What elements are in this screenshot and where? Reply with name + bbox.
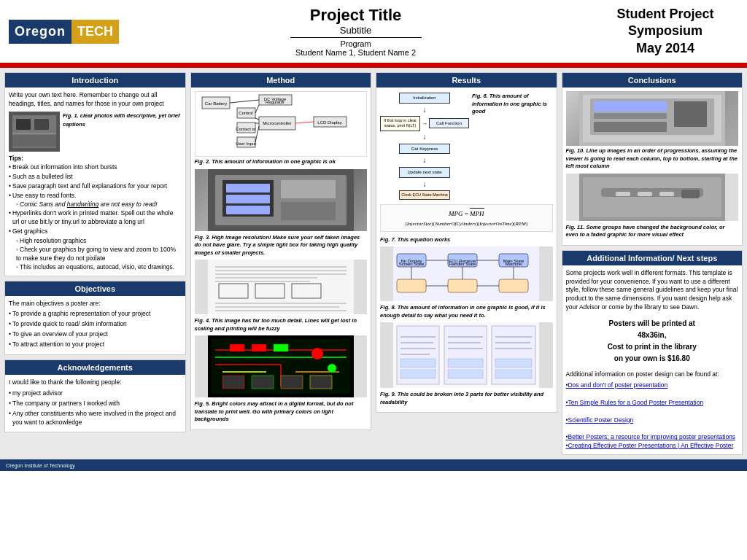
fig10-image — [566, 91, 739, 146]
svg-rect-107 — [594, 101, 667, 112]
results-section: Results Initialization ↓ If first loop i… — [376, 72, 557, 413]
svg-rect-5 — [12, 135, 56, 147]
svg-rect-116 — [659, 192, 674, 196]
equation-area: MPG = MPH (InjectorSize)(NumberOfCylinde… — [380, 204, 553, 231]
results-content: Initialization ↓ If first loop in clear … — [376, 88, 557, 412]
link-2[interactable]: •Ten Simple Rules for a Good Poster Pres… — [566, 399, 704, 406]
svg-rect-30 — [281, 180, 336, 198]
column-4: Conclusions Fig. 10. Line up i — [562, 72, 743, 455]
flow-decision-row: If first loop in clear status, print N(L… — [380, 116, 469, 131]
svg-rect-102 — [495, 359, 532, 368]
print-info: Posters will be printed at 48x36in, Cost… — [566, 318, 739, 365]
svg-rect-60 — [222, 376, 244, 389]
svg-line-26 — [255, 126, 259, 142]
additional-content: Some projects work well in different for… — [562, 265, 743, 454]
svg-rect-31 — [281, 202, 336, 220]
svg-line-25 — [255, 118, 259, 120]
svg-point-58 — [311, 348, 323, 359]
svg-rect-99 — [400, 370, 436, 378]
link-item-5[interactable]: •Creating Effective Poster Presentations… — [566, 442, 739, 451]
mpg-label: MPG = — [449, 210, 470, 217]
circuit-diagram: Car Battery DC Voltage Regulator Microco… — [195, 91, 368, 157]
link-3[interactable]: •Scientific Poster Design — [566, 416, 634, 424]
add-info-label: Additional information on poster design … — [566, 370, 739, 379]
svg-rect-55 — [230, 344, 244, 351]
fig1-caption-area: Fig. 1. clear photos with descriptive, y… — [63, 112, 182, 129]
link-1[interactable]: •Dos and don't of poster presentation — [566, 381, 668, 389]
flow-arrow-4: ↓ — [380, 179, 469, 190]
logo-oregon: Oregon — [9, 20, 71, 44]
svg-text:Machine: Machine — [506, 262, 522, 266]
column-3: Results Initialization ↓ If first loop i… — [376, 72, 557, 455]
project-subtitle: Subtitle — [119, 25, 592, 36]
tip-6c: This includes an equations, autocad, vis… — [16, 263, 182, 272]
svg-rect-98 — [400, 359, 436, 368]
fig9-caption: Fig. 9. This could be broken into 3 part… — [380, 391, 553, 406]
svg-rect-2 — [16, 119, 31, 130]
flow-init: Initialization — [399, 93, 450, 103]
equation-numerator: MPH — [470, 208, 484, 219]
svg-point-59 — [328, 364, 336, 373]
objectives-section: Objectives The main objectives a poster … — [4, 281, 186, 355]
flow-decision: If first loop in clear status, print N(L… — [380, 116, 420, 131]
fig9-image — [380, 322, 553, 388]
svg-rect-117 — [681, 190, 700, 198]
obj-2: To provide quick to read/ skim informati… — [9, 320, 182, 329]
svg-rect-35 — [208, 260, 354, 314]
svg-rect-34 — [226, 206, 270, 214]
ack-intro: I would like to thank the following peop… — [9, 378, 182, 387]
svg-text:Control: Control — [239, 111, 252, 115]
logo-area: Oregon TECH — [9, 20, 119, 44]
link-4[interactable]: •Better Posters; a resource for improvin… — [566, 433, 736, 440]
tip-1: Break out information into short bursts — [9, 163, 182, 172]
fig2-caption: Fig. 2. This amount of information in on… — [195, 158, 368, 166]
acknowledgements-section: Acknowledgements I would like to thank t… — [4, 359, 186, 432]
ack-1: my project advisor — [9, 389, 182, 398]
main-content: Introduction Write your own text here. R… — [0, 68, 747, 459]
project-title: Project Title — [119, 6, 592, 25]
svg-rect-108 — [594, 113, 667, 119]
svg-text:Car Battery: Car Battery — [205, 101, 227, 106]
fig1-caption: Fig. 1. clear photos with descriptive, y… — [63, 112, 179, 128]
svg-rect-110 — [594, 122, 667, 132]
link-item-2[interactable]: •Ten Simple Rules for a Good Poster Pres… — [566, 399, 739, 408]
fig7-caption: Fig. 7. This equation works — [380, 236, 553, 244]
obj-3: To give an overview of your project — [9, 330, 182, 339]
fig3-image — [195, 169, 368, 231]
fig5-caption: Fig. 5. Bright colors may attract in a d… — [195, 400, 368, 424]
svg-text:User Input: User Input — [236, 141, 256, 146]
ack-header: Acknowledgements — [5, 360, 185, 375]
additional-header: Additional Information/ Next steps — [562, 251, 743, 265]
fig6-row: Initialization ↓ If first loop in clear … — [380, 91, 553, 200]
link-5a[interactable]: •Creating Effective Poster Presentations… — [566, 442, 734, 449]
ack-3: Any other constituents who were involved… — [9, 410, 182, 427]
objectives-content: The main objectives a poster are: To pro… — [5, 296, 185, 354]
svg-rect-100 — [448, 359, 483, 368]
svg-line-22 — [255, 105, 259, 113]
svg-rect-63 — [310, 376, 332, 389]
svg-text:Contact to: Contact to — [236, 127, 256, 131]
fig3-caption: Fig. 3. High image resolution! Make sure… — [195, 234, 368, 257]
fig8-image: No Display Screen State ECU Receiver Han… — [380, 246, 553, 301]
page-header: Oregon TECH Project Title Subtitle Progr… — [0, 0, 747, 65]
additional-section: Additional Information/ Next steps Some … — [562, 250, 743, 455]
svg-rect-78 — [499, 279, 528, 292]
flow-clock: Clock ECU State Machine — [399, 190, 450, 201]
link-item-3[interactable]: •Scientific Poster Design — [566, 416, 739, 425]
intro-text: Write your own text here. Remember to ch… — [9, 91, 182, 109]
results-header: Results — [376, 73, 557, 88]
title-divider — [290, 37, 422, 38]
flow-arrow-1: ↓ — [380, 105, 469, 115]
method-section: Method Car Battery DC Voltage Regulator — [190, 72, 372, 430]
flow-arrow-3: ↓ — [380, 155, 469, 166]
links-section: •Dos and don't of poster presentation •T… — [566, 381, 739, 451]
svg-rect-103 — [495, 370, 532, 378]
svg-text:LCD Display: LCD Display — [317, 120, 341, 125]
link-item-4[interactable]: •Better Posters; a resource for improvin… — [566, 433, 739, 442]
column-1: Introduction Write your own text here. R… — [4, 72, 186, 455]
svg-rect-109 — [674, 101, 707, 127]
svg-rect-76 — [397, 279, 426, 292]
link-item-1[interactable]: •Dos and don't of poster presentation — [566, 381, 739, 390]
svg-line-24 — [295, 122, 314, 123]
flow-getkeys: Get Keypress — [399, 144, 450, 154]
